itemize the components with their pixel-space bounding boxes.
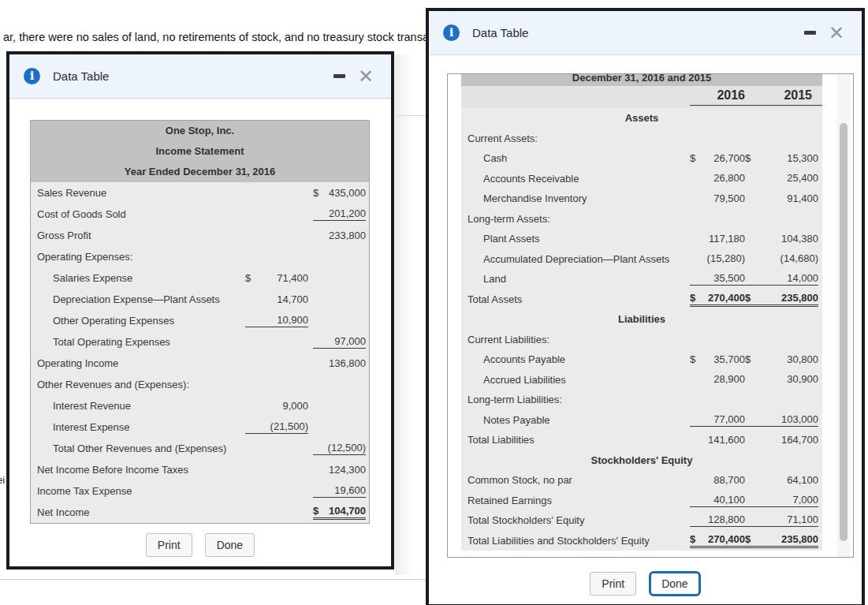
amount-value: 91,400 bbox=[745, 192, 818, 204]
amount-value: 136,800 bbox=[313, 357, 366, 369]
amount-value: 79,500 bbox=[690, 192, 745, 204]
amount-cell: 77,000 bbox=[690, 413, 745, 427]
statement-title-line: Income Statement bbox=[31, 141, 369, 162]
dialog-buttons: Print Done bbox=[9, 533, 391, 557]
background-text: ar, there were no sales of land, no reti… bbox=[3, 31, 481, 43]
amount-value: 25,400 bbox=[745, 172, 818, 184]
currency-symbol: $ bbox=[313, 187, 319, 199]
amount-value: 104,700 bbox=[319, 505, 366, 517]
amount-cell bbox=[313, 278, 366, 278]
minimize-button[interactable] bbox=[802, 25, 818, 41]
row-label: Total Other Revenues and (Expenses) bbox=[31, 443, 245, 454]
table-row: Common Stock, no par88,70064,100 bbox=[461, 470, 822, 491]
amount-cell: 233,800 bbox=[313, 230, 366, 242]
row-label: Net Income bbox=[31, 506, 245, 518]
table-row: Total Liabilities141,600164,700 bbox=[461, 430, 822, 450]
dialog-header: i Data Table ✕ bbox=[9, 54, 391, 99]
close-button[interactable]: ✕ bbox=[825, 22, 848, 44]
row-label: Salaries Expense bbox=[31, 272, 245, 284]
column-header-row: 20162015 bbox=[461, 86, 822, 108]
amount-cell bbox=[245, 363, 308, 364]
amount-cell: $270,400 bbox=[690, 533, 745, 548]
currency-symbol: $ bbox=[745, 292, 751, 304]
close-button[interactable]: ✕ bbox=[355, 65, 377, 88]
amount-cell: 136,800 bbox=[313, 357, 366, 370]
currency-symbol: $ bbox=[745, 533, 751, 545]
row-label: Plant Assets bbox=[461, 233, 690, 245]
currency-symbol: $ bbox=[745, 152, 751, 164]
amount-value: 128,800 bbox=[690, 514, 745, 525]
scrollbar-thumb[interactable] bbox=[840, 123, 848, 541]
done-button[interactable]: Done bbox=[205, 533, 255, 557]
table-title-band: December 31, 2016 and 2015 bbox=[461, 74, 822, 86]
amount-cell bbox=[245, 491, 308, 491]
statement-body: Sales Revenue$435,000Cost of Goods Sold2… bbox=[31, 182, 369, 523]
amount-value: 435,000 bbox=[319, 187, 366, 199]
amount-value: 14,700 bbox=[245, 293, 308, 305]
table-row: Income Tax Expense19,600 bbox=[31, 480, 369, 502]
amount-cell: 124,300 bbox=[313, 464, 366, 476]
amount-cell bbox=[245, 448, 308, 449]
table-row: Sales Revenue$435,000 bbox=[31, 182, 369, 204]
table-row: Total Operating Expenses97,000 bbox=[31, 331, 369, 353]
amount-value: (15,280) bbox=[690, 252, 745, 264]
year-column-header: 2015 bbox=[745, 88, 818, 103]
amount-cell: 103,000 bbox=[745, 413, 818, 427]
table-row: Retained Earnings40,1007,000 bbox=[461, 491, 822, 511]
row-label: Sales Revenue bbox=[31, 187, 245, 199]
amount-cell: 164,700 bbox=[745, 434, 818, 446]
currency-symbol: $ bbox=[690, 533, 695, 545]
amount-cell: 97,000 bbox=[313, 335, 366, 349]
amount-value: 233,800 bbox=[313, 230, 366, 241]
amount-value: 14,000 bbox=[745, 272, 818, 284]
statement-title-block: One Stop, Inc.Income StatementYear Ended… bbox=[31, 121, 369, 182]
amount-value: 117,180 bbox=[690, 233, 745, 245]
row-label: Accumulated Depreciation—Plant Assets bbox=[461, 253, 690, 265]
minimize-button[interactable] bbox=[331, 69, 347, 84]
dialog-title: Data Table bbox=[472, 26, 528, 39]
scrollbar-track[interactable] bbox=[837, 74, 850, 557]
amount-cell bbox=[245, 342, 308, 342]
amount-value: 235,800 bbox=[751, 533, 818, 545]
table-title: December 31, 2016 and 2015 bbox=[461, 74, 822, 84]
print-button[interactable]: Print bbox=[590, 572, 636, 596]
section-heading-row: Assets bbox=[461, 108, 822, 129]
amount-cell: $235,800 bbox=[745, 533, 818, 548]
dialog-title: Data Table bbox=[53, 69, 109, 83]
amount-cell bbox=[245, 256, 308, 257]
row-label: Income Tax Expense bbox=[31, 485, 245, 497]
statement-title-line: Year Ended December 31, 2016 bbox=[31, 162, 369, 182]
amount-cell: $35,700 bbox=[690, 353, 745, 366]
row-label: Current Assets: bbox=[461, 133, 690, 144]
table-row: Total Other Revenues and (Expenses)(12,5… bbox=[31, 438, 369, 459]
row-label: Interest Revenue bbox=[31, 400, 245, 412]
amount-cell: (14,680) bbox=[745, 252, 818, 265]
table-row: Net Income Before Income Taxes124,300 bbox=[31, 459, 369, 480]
print-button[interactable]: Print bbox=[146, 533, 192, 557]
amount-value: 88,700 bbox=[690, 474, 745, 486]
amount-cell bbox=[745, 218, 818, 219]
background-shading bbox=[395, 54, 426, 575]
row-label: Current Liabilities: bbox=[461, 334, 690, 345]
amount-cell: 141,600 bbox=[690, 434, 745, 446]
row-label: Total Liabilities bbox=[461, 434, 690, 446]
income-statement-table: One Stop, Inc.Income StatementYear Ended… bbox=[30, 120, 370, 524]
info-icon: i bbox=[24, 68, 40, 84]
amount-cell: 9,000 bbox=[245, 400, 308, 413]
table-row: Merchandise Inventory79,50091,400 bbox=[461, 189, 822, 209]
amount-cell bbox=[313, 256, 366, 257]
table-row: Operating Expenses: bbox=[31, 246, 369, 267]
amount-cell bbox=[313, 384, 366, 385]
amount-cell: 104,380 bbox=[745, 233, 818, 245]
done-button[interactable]: Done bbox=[649, 571, 700, 596]
amount-cell: $71,400 bbox=[245, 272, 308, 285]
amount-value: 71,400 bbox=[251, 272, 308, 284]
amount-cell: 25,400 bbox=[745, 172, 818, 185]
amount-value: 7,000 bbox=[745, 494, 818, 506]
row-label: Net Income Before Income Taxes bbox=[31, 464, 245, 476]
balance-sheet-dialog: i Data Table ✕ December 31, 2016 and 201… bbox=[426, 8, 865, 605]
table-row: Current Assets: bbox=[461, 129, 822, 149]
amount-cell bbox=[245, 469, 308, 470]
table-row: Accumulated Depreciation—Plant Assets(15… bbox=[461, 249, 822, 270]
table-row: Operating Income136,800 bbox=[31, 353, 369, 374]
